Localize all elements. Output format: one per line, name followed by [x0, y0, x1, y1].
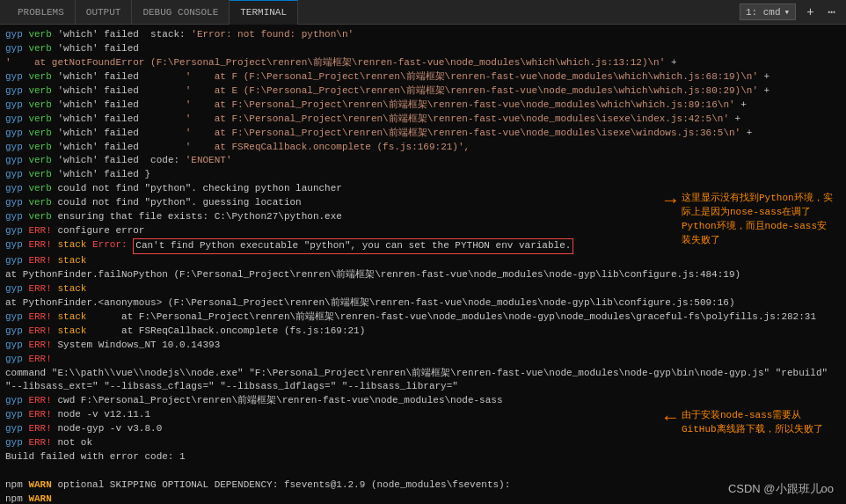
terminal-line: gyp ERR! System Windows_NT 10.0.14393	[5, 339, 841, 353]
terminal-line: gyp ERR! stack at PythonFinder.failNoPyt…	[5, 254, 841, 282]
terminal-line: gyp ERR! command "E:\\path\\vue\\nodejs\…	[5, 353, 841, 395]
terminal-line: gyp ERR! stack at FSReqCallback.oncomple…	[5, 325, 841, 339]
terminal-line: gyp verb 'which' failed stack: 'Error: n…	[5, 28, 841, 42]
terminal-line: gyp verb 'which' failed }	[5, 168, 841, 182]
tab-right-controls: 1: cmd ▾ + ⋯	[740, 3, 839, 21]
terminal-output: gyp verb 'which' failed stack: 'Error: n…	[0, 25, 846, 504]
terminal-line: gyp verb 'which' failed ' at FSReqCallba…	[5, 141, 841, 155]
terminal-line: gyp ERR! cwd F:\Personal_Project\renren\…	[5, 394, 841, 408]
add-terminal-button[interactable]: +	[803, 4, 817, 21]
terminal-line: gyp ERR! not ok	[5, 436, 841, 450]
watermark: CSDN @小跟班儿oo	[728, 481, 834, 497]
terminal-line: gyp verb 'which' failed ' at F:\Personal…	[5, 113, 841, 127]
terminal-line: gyp ERR! stack at PythonFinder.<anonymou…	[5, 282, 841, 310]
tab-problems[interactable]: PROBLEMS	[7, 0, 76, 25]
terminal-line: gyp verb 'which' failed ' at F:\Personal…	[5, 99, 841, 113]
annotation-1: → 这里显示没有找到Python环境，实际上是因为nose-sass在调了Pyt…	[665, 192, 835, 248]
terminal-line: Build failed with error code: 1	[5, 450, 841, 464]
terminal-line: npm WARN notsup SKIPPING OPTIONAL DEPEND…	[5, 493, 841, 504]
terminal-line	[5, 464, 841, 478]
terminal-line: gyp verb 'which' failed ' at E (F:\Perso…	[5, 84, 841, 99]
annotation-2: ← 由于安装node-sass需要从GitHub离线路下载，所以失败了	[665, 409, 835, 437]
terminal-line: npm WARN optional SKIPPING OPTIONAL DEPE…	[5, 478, 841, 493]
tab-bar: PROBLEMS OUTPUT DEBUG CONSOLE TERMINAL 1…	[0, 0, 846, 25]
terminal-selector[interactable]: 1: cmd ▾	[740, 4, 796, 20]
terminal-line: gyp ERR! stack at F:\Personal_Project\re…	[5, 310, 841, 325]
tab-output[interactable]: OUTPUT	[76, 0, 133, 25]
terminal-line: gyp verb 'which' failed ' at getNotFound…	[5, 42, 841, 70]
chevron-down-icon: ▾	[784, 6, 791, 18]
terminal-line: gyp verb 'which' failed code: 'ENOENT'	[5, 154, 841, 168]
more-options-button[interactable]: ⋯	[825, 3, 839, 21]
tab-terminal[interactable]: TERMINAL	[230, 0, 298, 25]
terminal-line: gyp verb 'which' failed ' at F:\Personal…	[5, 127, 841, 141]
tab-debug-console[interactable]: DEBUG CONSOLE	[132, 0, 230, 25]
terminal-line: gyp verb 'which' failed ' at F (F:\Perso…	[5, 70, 841, 84]
